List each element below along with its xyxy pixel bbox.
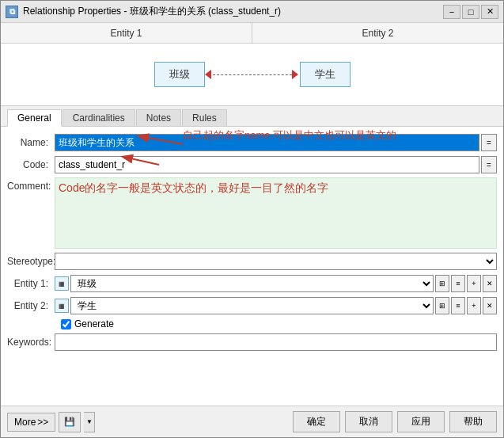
keywords-row: Keywords:	[7, 333, 497, 352]
window-controls: − □ ✕	[443, 5, 498, 19]
name-row: Name: =	[7, 133, 497, 152]
title-bar: ⧉ Relationship Properties - 班级和学生的关系 (cl…	[1, 1, 503, 23]
stereotype-label: Stereotype:	[7, 256, 55, 267]
maximize-button[interactable]: □	[462, 5, 479, 19]
entity1-box[interactable]: 班级	[154, 62, 205, 87]
entity2-label: Entity 2:	[7, 300, 55, 311]
confirm-button[interactable]: 确定	[293, 411, 340, 432]
entity1-select[interactable]: 班级	[70, 275, 434, 292]
dash-line	[213, 74, 292, 75]
entity2-clear-btn[interactable]: ✕	[483, 297, 497, 314]
entity1-list-btn[interactable]: ≡	[451, 275, 465, 292]
tab-notes[interactable]: Notes	[136, 109, 181, 126]
save-button[interactable]: 💾	[59, 412, 81, 432]
keywords-label: Keywords:	[7, 337, 55, 348]
entity2-box[interactable]: 学生	[300, 62, 351, 87]
code-expand-btn[interactable]: =	[481, 156, 497, 173]
save-dropdown-button[interactable]: ▼	[84, 412, 95, 432]
more-button[interactable]: More >>	[7, 413, 55, 432]
entity2-select-wrap: ▦ 学生 ⊞ ≡ + ✕	[55, 297, 497, 314]
tabs-row: General Cardinalities Notes Rules	[1, 106, 503, 127]
help-button[interactable]: 帮助	[449, 411, 497, 432]
entity2-row: Entity 2: ▦ 学生 ⊞ ≡ + ✕	[7, 296, 497, 315]
entity2-add-btn[interactable]: +	[467, 297, 481, 314]
entity2-select[interactable]: 学生	[70, 297, 434, 314]
minimize-button[interactable]: −	[443, 5, 460, 19]
keywords-input-wrap	[55, 333, 497, 351]
main-window: ⧉ Relationship Properties - 班级和学生的关系 (cl…	[0, 0, 504, 438]
diagram-area: 班级 学生	[1, 44, 503, 106]
connector	[205, 70, 300, 79]
comment-input[interactable]	[55, 177, 497, 249]
generate-row: Generate	[61, 318, 497, 329]
entity-tabs: Entity 1 Entity 2	[1, 23, 503, 44]
tab-rules[interactable]: Rules	[182, 109, 227, 126]
tab-general[interactable]: General	[7, 109, 62, 127]
name-expand-btn[interactable]: =	[481, 134, 497, 151]
name-input[interactable]	[55, 134, 479, 151]
entity2-list-btn[interactable]: ≡	[451, 297, 465, 314]
entity2-props-btn[interactable]: ⊞	[435, 297, 449, 314]
entity1-row: Entity 1: ▦ 班级 ⊞ ≡ + ✕	[7, 274, 497, 293]
code-row: Code: =	[7, 155, 497, 174]
entity1-label: Entity 1:	[7, 278, 55, 289]
bottom-left-controls: More >> 💾 ▼	[7, 412, 95, 432]
arrow-head-left	[205, 70, 211, 79]
entity1-tab[interactable]: Entity 1	[1, 23, 252, 43]
comment-row: Comment:	[7, 177, 497, 249]
bottom-bar: More >> 💾 ▼ 确定 取消 应用 帮助	[1, 406, 503, 437]
close-button[interactable]: ✕	[481, 5, 498, 19]
code-input-wrap: =	[55, 156, 497, 173]
window-title: Relationship Properties - 班级和学生的关系 (clas…	[23, 5, 438, 18]
tab-cardinalities[interactable]: Cardinalities	[63, 109, 135, 126]
code-label: Code:	[7, 159, 55, 170]
entity1-add-btn[interactable]: +	[467, 275, 481, 292]
arrow-head-right	[292, 70, 298, 79]
cancel-button[interactable]: 取消	[345, 411, 392, 432]
generate-checkbox[interactable]	[61, 319, 71, 329]
entity2-icon: ▦	[55, 299, 69, 313]
keywords-input[interactable]	[55, 333, 497, 351]
window-icon: ⧉	[6, 6, 18, 18]
entity1-props-btn[interactable]: ⊞	[435, 275, 449, 292]
comment-label: Comment:	[7, 177, 55, 192]
entity1-clear-btn[interactable]: ✕	[483, 275, 497, 292]
stereotype-row: Stereotype:	[7, 252, 497, 271]
stereotype-select[interactable]	[55, 253, 497, 270]
name-label: Name:	[7, 137, 55, 148]
apply-button[interactable]: 应用	[397, 411, 445, 432]
generate-label: Generate	[74, 318, 114, 329]
stereotype-select-wrap	[55, 253, 497, 270]
entity1-select-wrap: ▦ 班级 ⊞ ≡ + ✕	[55, 275, 497, 292]
name-input-wrap: =	[55, 134, 497, 151]
code-input[interactable]	[55, 156, 479, 173]
form-area: Name: = Code: = Comment: Stereotype:	[1, 127, 503, 406]
entity-diagram-area: Entity 1 Entity 2 班级 学生	[1, 23, 503, 106]
entity1-icon: ▦	[55, 276, 69, 291]
entity2-tab[interactable]: Entity 2	[252, 23, 503, 43]
dropdown-arrow-icon: ▼	[86, 418, 93, 425]
save-icon: 💾	[64, 417, 75, 427]
